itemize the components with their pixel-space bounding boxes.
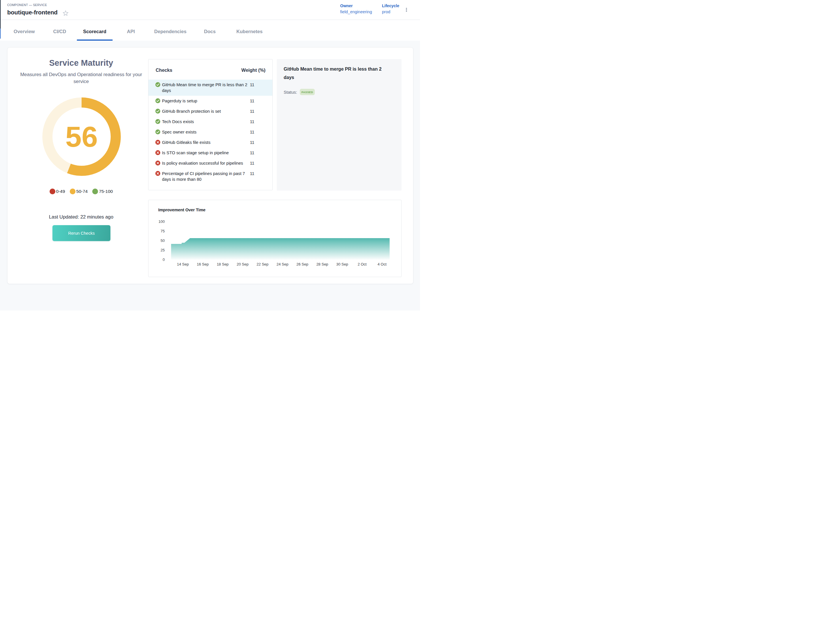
y-axis-label: 50	[160, 238, 165, 243]
scorecard-subtitle: Measures all DevOps and Operational read…	[17, 71, 145, 85]
checks-panel: Checks Weight (%) GitHub Mean time to me…	[148, 59, 273, 190]
owner-label: Owner	[340, 3, 372, 9]
check-row-weight: 11	[250, 119, 254, 124]
tab-ci-cd[interactable]: CI/CD	[47, 20, 73, 41]
status-badge: PASSED	[300, 89, 315, 95]
check-failed-icon	[155, 161, 160, 165]
check-row-label: Pagerduty is setup	[162, 98, 250, 104]
scorecard-page: Service Maturity Measures all DevOps and…	[0, 41, 420, 310]
check-row-label: Spec owner exists	[162, 129, 250, 135]
tab-docs[interactable]: Docs	[198, 20, 222, 41]
app-header: COMPONENT — SERVICE boutique-frontend Ow…	[0, 0, 420, 20]
y-axis-label: 0	[163, 257, 165, 262]
check-failed-icon	[155, 140, 160, 145]
check-row-label: GitHub Branch protection is set	[162, 108, 250, 114]
legend-item: 75-100	[92, 189, 113, 194]
x-axis-label: 14 Sep	[177, 262, 189, 267]
more-options-kebab-icon[interactable]	[405, 7, 408, 13]
check-row-label: Is policy evaluation successful for pipe…	[162, 160, 250, 166]
check-row[interactable]: GitHub Mean time to merge PR is less tha…	[148, 80, 272, 96]
weight-column-header: Weight (%)	[241, 67, 265, 73]
legend-dot-icon	[70, 189, 76, 194]
check-row-weight: 11	[250, 108, 254, 114]
sidenav-edge-dark	[0, 0, 1, 29]
check-failed-icon	[155, 171, 160, 176]
check-detail-panel: GitHub Mean time to merge PR is less tha…	[277, 59, 401, 191]
scorecard-title: Service Maturity	[16, 58, 146, 68]
tab-kubernetes[interactable]: Kubernetes	[230, 20, 269, 41]
tab-api[interactable]: API	[121, 20, 141, 41]
y-axis-label: 100	[159, 220, 165, 224]
check-row[interactable]: Pagerduty is setup11	[148, 96, 272, 106]
improvement-panel: Improvement Over Time 025507510014 Sep16…	[148, 200, 401, 277]
page-title: boutique-frontend	[7, 9, 58, 16]
lifecycle-value[interactable]: prod	[382, 9, 390, 14]
check-row-weight: 11	[250, 129, 254, 135]
check-passed-icon	[155, 119, 160, 124]
x-axis-label: 16 Sep	[197, 262, 209, 267]
checks-panel-header: Checks Weight (%)	[156, 67, 265, 73]
check-row[interactable]: Percentage of CI pipelines passing in pa…	[148, 168, 272, 185]
check-row-weight: 11	[250, 98, 254, 104]
gauge-legend: 0-4950-7475-100	[16, 189, 146, 194]
x-axis-label: 30 Sep	[336, 262, 348, 267]
check-row-weight: 11	[250, 150, 254, 156]
check-row-label: GitHub Gitleaks file exists	[162, 139, 250, 145]
legend-label: 0-49	[56, 189, 65, 194]
check-row-label: GitHub Mean time to merge PR is less tha…	[162, 82, 250, 93]
improvement-area-chart: 025507510014 Sep16 Sep18 Sep20 Sep22 Sep…	[148, 200, 401, 277]
check-row-label: Percentage of CI pipelines passing in pa…	[162, 171, 250, 182]
check-row-weight: 11	[250, 160, 254, 166]
check-row[interactable]: Spec owner exists11	[148, 127, 272, 137]
sidenav-edge-blue	[0, 29, 1, 39]
entity-tabbar: OverviewCI/CDScorecardAPIDependenciesDoc…	[0, 20, 420, 41]
check-passed-icon	[155, 129, 160, 134]
tab-scorecard[interactable]: Scorecard	[77, 20, 113, 41]
x-axis-label: 24 Sep	[277, 262, 288, 267]
tab-dependencies[interactable]: Dependencies	[148, 20, 193, 41]
y-axis-label: 25	[160, 248, 165, 252]
status-row: Status: PASSED	[284, 89, 315, 95]
x-axis-label: 20 Sep	[237, 262, 248, 267]
maturity-gauge: 56	[35, 90, 128, 183]
owner-meta: Owner field_engineering	[340, 3, 372, 15]
check-failed-icon	[155, 150, 160, 155]
x-axis-label: 26 Sep	[296, 262, 308, 267]
legend-dot-icon	[92, 189, 98, 194]
rerun-checks-button[interactable]: Rerun Checks	[53, 225, 110, 241]
legend-label: 75-100	[99, 189, 113, 194]
check-row-weight: 11	[250, 171, 254, 176]
y-axis-label: 75	[160, 229, 165, 233]
check-passed-icon	[155, 98, 160, 103]
x-axis-label: 4 Oct	[378, 262, 387, 267]
lifecycle-label: Lifecycle	[382, 3, 399, 9]
lifecycle-meta: Lifecycle prod	[382, 3, 399, 15]
entity-kind-breadcrumb: COMPONENT — SERVICE	[7, 3, 47, 7]
last-updated-text: Last Updated: 22 minutes ago	[16, 214, 146, 220]
legend-label: 50-74	[76, 189, 88, 194]
check-row[interactable]: GitHub Gitleaks file exists11	[148, 137, 272, 148]
check-row-weight: 11	[250, 82, 254, 88]
x-axis-label: 28 Sep	[316, 262, 328, 267]
check-row[interactable]: GitHub Branch protection is set11	[148, 106, 272, 117]
check-row[interactable]: Is policy evaluation successful for pipe…	[148, 158, 272, 168]
check-detail-title: GitHub Mean time to merge PR is less tha…	[284, 65, 384, 82]
favorite-star-icon[interactable]	[62, 10, 69, 16]
x-axis-label: 2 Oct	[358, 262, 367, 267]
area-series	[171, 238, 390, 259]
legend-dot-icon	[50, 189, 55, 194]
x-axis-label: 18 Sep	[217, 262, 229, 267]
maturity-score: 56	[35, 122, 128, 151]
legend-item: 50-74	[70, 189, 88, 194]
check-passed-icon	[155, 82, 160, 87]
check-row-label: Is STO scan stage setup in pipeline	[162, 150, 250, 156]
check-passed-icon	[155, 109, 160, 114]
x-axis-label: 22 Sep	[257, 262, 268, 267]
scorecard-card: Service Maturity Measures all DevOps and…	[7, 47, 413, 284]
tab-overview[interactable]: Overview	[7, 20, 41, 41]
owner-link[interactable]: field_engineering	[340, 9, 372, 14]
check-row[interactable]: Is STO scan stage setup in pipeline11	[148, 148, 272, 158]
check-row-label: Tech Docs exists	[162, 119, 250, 124]
check-row-weight: 11	[250, 139, 254, 145]
check-row[interactable]: Tech Docs exists11	[148, 117, 272, 127]
